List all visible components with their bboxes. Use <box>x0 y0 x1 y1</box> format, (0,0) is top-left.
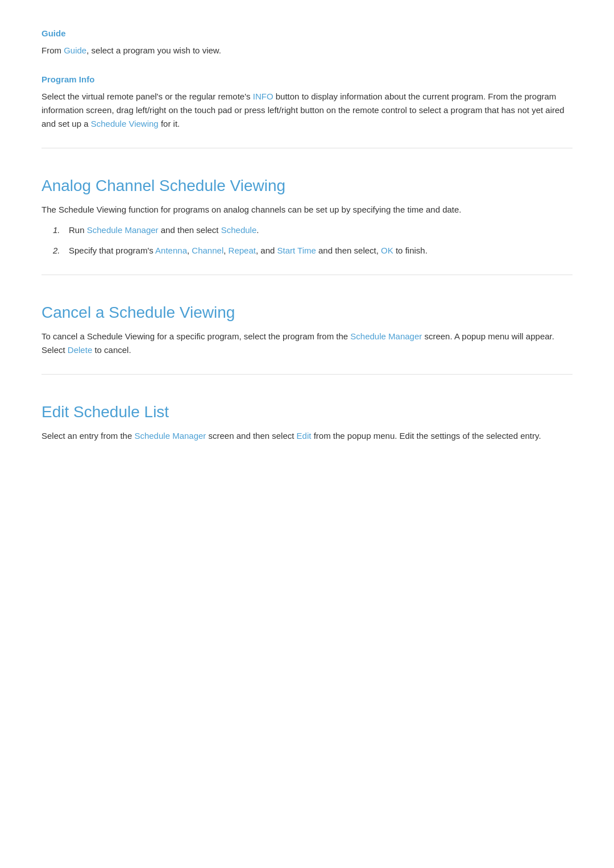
channel-link[interactable]: Channel <box>192 246 223 255</box>
guide-link[interactable]: Guide <box>64 45 86 55</box>
schedule-manager-link-1[interactable]: Schedule Manager <box>87 225 159 235</box>
edit-middle: screen and then select <box>206 431 296 441</box>
schedule-link[interactable]: Schedule <box>221 225 257 235</box>
cancel-section: Cancel a Schedule Viewing To cancel a Sc… <box>42 275 572 357</box>
program-info-body: Select the virtual remote panel's or the… <box>42 90 572 131</box>
program-info-before: Select the virtual remote panel's or the… <box>42 92 253 101</box>
step-2-number: 2. <box>53 244 69 258</box>
guide-body-after: , select a program you wish to view. <box>86 45 221 55</box>
schedule-manager-link-3[interactable]: Schedule Manager <box>134 431 206 441</box>
program-info-after: for it. <box>159 119 180 128</box>
guide-section: Guide From Guide, select a program you w… <box>42 28 572 57</box>
step-2-before: Specify that program's <box>69 246 155 255</box>
step-1-after: . <box>256 225 259 235</box>
antenna-link[interactable]: Antenna <box>155 246 187 255</box>
step-1-before: Run <box>69 225 87 235</box>
analog-step-2: 2. Specify that program's Antenna, Chann… <box>53 244 572 258</box>
step-1-middle: and then select <box>159 225 221 235</box>
edit-section: Edit Schedule List Select an entry from … <box>42 374 572 443</box>
schedule-viewing-link[interactable]: Schedule Viewing <box>91 119 159 128</box>
edit-title: Edit Schedule List <box>42 392 572 421</box>
step-2-after: and then select, <box>316 246 381 255</box>
start-time-link[interactable]: Start Time <box>277 246 316 255</box>
edit-after: from the popup menu. Edit the settings o… <box>311 431 541 441</box>
guide-body: From Guide, select a program you wish to… <box>42 44 572 57</box>
step-2-end: to finish. <box>393 246 428 255</box>
analog-section: Analog Channel Schedule Viewing The Sche… <box>42 148 572 258</box>
cancel-before: To cancel a Schedule Viewing for a speci… <box>42 331 350 341</box>
step-2-middle: , and <box>256 246 277 255</box>
step-2-comma2: , <box>223 246 228 255</box>
step-1-content: Run Schedule Manager and then select Sch… <box>69 223 572 237</box>
edit-before: Select an entry from the <box>42 431 134 441</box>
step-1-number: 1. <box>53 223 69 237</box>
analog-step-1: 1. Run Schedule Manager and then select … <box>53 223 572 237</box>
info-link[interactable]: INFO <box>253 92 273 101</box>
guide-body-before: From <box>42 45 64 55</box>
cancel-title: Cancel a Schedule Viewing <box>42 292 572 322</box>
analog-body: The Schedule Viewing function for progra… <box>42 203 572 217</box>
analog-steps-list: 1. Run Schedule Manager and then select … <box>53 223 572 258</box>
analog-title: Analog Channel Schedule Viewing <box>42 165 572 195</box>
program-info-section: Program Info Select the virtual remote p… <box>42 74 572 131</box>
cancel-after: to cancel. <box>92 345 131 355</box>
repeat-link[interactable]: Repeat <box>229 246 256 255</box>
step-2-content: Specify that program's Antenna, Channel,… <box>69 244 572 258</box>
program-info-title: Program Info <box>42 74 572 84</box>
cancel-body: To cancel a Schedule Viewing for a speci… <box>42 330 572 357</box>
ok-link[interactable]: OK <box>381 246 393 255</box>
page-container: Guide From Guide, select a program you w… <box>0 0 614 505</box>
guide-title: Guide <box>42 28 572 38</box>
edit-link[interactable]: Edit <box>297 431 312 441</box>
delete-link[interactable]: Delete <box>68 345 92 355</box>
edit-body: Select an entry from the Schedule Manage… <box>42 429 572 443</box>
schedule-manager-link-2[interactable]: Schedule Manager <box>350 331 422 341</box>
